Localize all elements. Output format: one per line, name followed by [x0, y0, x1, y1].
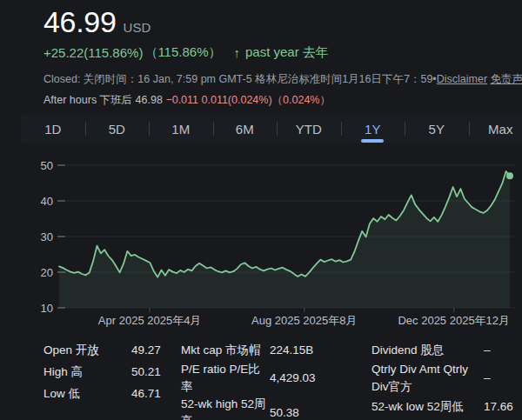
y-axis-label: 40 [41, 195, 53, 208]
stat-row: Qtrly Div Amt Qtrly Div官方– [371, 361, 522, 396]
stat-row: P/E ratio P/E比率4,429.03 [181, 361, 318, 396]
stat-row: Low 低46.71 [44, 383, 174, 404]
after-hours-label: After hours 下班后 [44, 94, 132, 106]
stat-value: 224.15B [270, 342, 318, 359]
stat-value: 50.38 [270, 404, 318, 420]
tab-1m[interactable]: 1M [149, 114, 213, 143]
after-hours-row: After hours 下班后 46.98 −0.011 0.011(0.024… [44, 93, 522, 108]
tab-label: YTD [296, 122, 322, 137]
after-hours-price: 46.98 [136, 94, 163, 106]
stat-row: Open 开放49.27 [44, 339, 174, 361]
stat-label: Low 低 [44, 385, 131, 403]
stat-row: 52-wk low 52周低17.66 [371, 396, 522, 417]
tab-max[interactable]: Max [469, 114, 522, 143]
tab-label: 6M [236, 122, 254, 137]
stat-label: 52-wk low 52周低 [371, 398, 484, 416]
chart-area-fill [59, 171, 510, 308]
stat-label: Qtrly Div Amt Qtrly Div官方 [371, 361, 484, 396]
stats-column: Mkt cap 市场帽224.15BP/E ratio P/E比率4,429.0… [181, 339, 318, 420]
price-change-row: +25.22(115.86%) （115.86%） ↑ past year 去年 [44, 44, 522, 61]
stat-value: 4,429.03 [270, 370, 318, 387]
stat-label: Open 开放 [44, 342, 131, 359]
currency-label: USD [124, 20, 151, 35]
tab-label: 5D [109, 122, 125, 137]
market-status-row: Closed: 关闭时间：16 Jan, 7:59 pm GMT-5 格林尼治标… [44, 72, 522, 87]
stat-row: High 高50.21 [44, 361, 174, 383]
y-axis-label: 30 [41, 230, 53, 243]
y-axis-label: 10 [41, 302, 53, 315]
price-row: 46.99 USD [44, 5, 522, 38]
stat-value: – [484, 342, 522, 359]
tab-label: 1D [44, 122, 61, 137]
y-axis-label: 50 [41, 159, 53, 172]
stat-label: P/E ratio P/E比率 [181, 361, 270, 396]
stat-label: 52-wk high 52周高 [181, 396, 270, 420]
tab-1d[interactable]: 1D [21, 114, 85, 143]
stat-value: 49.27 [131, 342, 174, 359]
tab-ytd[interactable]: YTD [277, 114, 341, 143]
tab-label: 1Y [365, 122, 380, 137]
stat-value: 46.71 [131, 385, 174, 403]
price-change: +25.22(115.86%) [44, 45, 143, 60]
stat-row: Mkt cap 市场帽224.15B [181, 339, 318, 361]
closed-time-text: Closed: 关闭时间：16 Jan, 7:59 pm GMT-5 格林尼治标… [44, 73, 432, 85]
last-price-dot [506, 172, 513, 179]
stat-value: – [484, 370, 522, 387]
up-arrow-icon: ↑ [234, 45, 241, 60]
key-stats-table: Open 开放49.27High 高50.21Low 低46.71Mkt cap… [0, 339, 522, 420]
tab-1y[interactable]: 1Y [341, 114, 405, 143]
stat-label: High 高 [44, 363, 131, 381]
stats-column: Dividend 股息–Qtrly Div Amt Qtrly Div官方–52… [371, 339, 522, 420]
x-axis-label: Aug 2025 2025年8月 [251, 314, 357, 327]
quote-header: 46.99 USD +25.22(115.86%) （115.86%） ↑ pa… [44, 5, 522, 108]
x-axis-label: Apr 2025 2025年4月 [98, 314, 202, 327]
time-range-tabbar: 1D5D1M6MYTD1Y5YMax [21, 114, 522, 143]
y-axis-label: 20 [41, 266, 53, 279]
disclaimer-link[interactable]: Disclaimer [437, 73, 487, 85]
stats-column: Open 开放49.27High 高50.21Low 低46.71 [44, 339, 174, 420]
tab-label: 5Y [429, 122, 445, 137]
stat-row: Dividend 股息– [371, 339, 522, 361]
stat-label: Mkt cap 市场帽 [181, 342, 270, 359]
tab-label: 1M [171, 122, 190, 137]
stat-value: 17.66 [484, 398, 522, 416]
period-label: past year 去年 [245, 44, 329, 61]
disclaimer-link-zh[interactable]: 免责声明 [491, 73, 522, 85]
after-hours-change: −0.011 0.011(0.024%) [165, 94, 271, 106]
active-tab-underline [361, 139, 384, 143]
tab-label: Max [488, 122, 512, 137]
tab-5d[interactable]: 5D [85, 114, 150, 143]
tab-6m[interactable]: 6M [213, 114, 278, 143]
price-chart-svg[interactable]: 5040302010Apr 2025 2025年4月Aug 2025 2025年… [0, 146, 522, 330]
after-hours-change-zh: （0.024%） [272, 94, 331, 106]
x-axis-label: Dec 2025 2025年12月 [398, 314, 510, 327]
tab-5y[interactable]: 5Y [405, 114, 469, 143]
price-change-zh: （115.86%） [144, 44, 221, 61]
stat-label: Dividend 股息 [371, 342, 484, 359]
stat-row: 52-wk high 52周高50.38 [181, 396, 318, 420]
current-price: 46.99 [44, 5, 117, 38]
stat-value: 50.21 [131, 363, 174, 381]
price-chart[interactable]: 5040302010Apr 2025 2025年4月Aug 2025 2025年… [0, 146, 522, 330]
